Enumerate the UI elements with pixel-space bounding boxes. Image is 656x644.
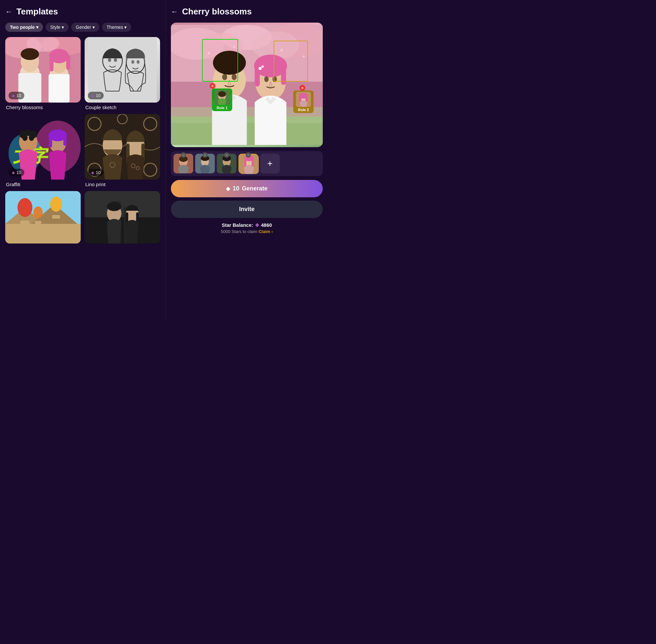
svg-point-6 [21, 48, 39, 60]
strip-minus-1[interactable]: − [202, 153, 207, 158]
svg-rect-13 [48, 74, 69, 102]
svg-rect-60 [52, 215, 60, 218]
star-balance-label: Star Balance: [222, 222, 253, 228]
sketch-label: Couple sketch [85, 105, 160, 110]
svg-rect-66 [85, 217, 160, 244]
strip-item-3[interactable]: − [238, 154, 258, 174]
svg-point-17 [114, 58, 117, 62]
main-photo: Role 1 × Role 2 [171, 23, 323, 147]
filter-gender[interactable]: Gender ▾ [71, 23, 100, 32]
svg-point-97 [264, 76, 269, 82]
cherry-cost-badge: ◆ 10 [8, 92, 24, 99]
svg-rect-120 [252, 158, 254, 167]
claim-link[interactable]: Claim › [259, 229, 272, 234]
role1-remove-button[interactable]: × [210, 83, 216, 89]
template-card-sketch[interactable]: ◆ 10 Couple sketch [85, 37, 160, 110]
chevron-down-icon: ▾ [62, 25, 64, 30]
svg-rect-33 [49, 134, 52, 147]
svg-rect-34 [63, 134, 67, 146]
template-card-dark[interactable] [85, 191, 160, 244]
svg-rect-12 [66, 55, 70, 70]
svg-point-16 [108, 58, 111, 62]
generate-label: Generate [242, 185, 267, 192]
face-box-role2 [274, 41, 308, 82]
svg-rect-49 [5, 224, 81, 244]
svg-rect-56 [20, 221, 29, 225]
svg-point-19 [132, 60, 134, 64]
invite-button[interactable]: Invite [171, 201, 323, 218]
svg-point-30 [29, 134, 34, 141]
role2-remove-button[interactable]: × [300, 85, 305, 91]
strip-minus-3[interactable]: − [246, 153, 251, 158]
role2-badge: Role 2 [293, 90, 313, 113]
generate-button[interactable]: ◆ 10 Generate [171, 180, 323, 197]
svg-point-57 [50, 197, 62, 212]
right-header: ← Cherry blossoms [171, 6, 323, 17]
chevron-down-icon: ▾ [92, 25, 95, 30]
diamond-icon: ◆ [12, 170, 15, 175]
strip-minus-0[interactable]: − [181, 153, 186, 158]
filter-row: Two people ▾ Style ▾ Gender ▾ Themes ▾ [5, 23, 160, 32]
star-balance-section: Star Balance: ◆ 4860 5000 Stars to claim… [171, 222, 323, 234]
chevron-down-icon: ▾ [124, 25, 127, 30]
sketch-cost-badge: ◆ 10 [88, 92, 104, 99]
svg-point-61 [34, 206, 43, 218]
strip-item-0[interactable]: − [174, 154, 193, 174]
claim-text: 5000 Stars to claim [221, 229, 257, 234]
filter-themes[interactable]: Themes ▾ [102, 23, 132, 32]
generate-diamond-icon: ◆ [226, 185, 230, 192]
strip-add-button[interactable]: + [260, 154, 280, 174]
svg-point-20 [137, 60, 140, 64]
diamond-icon: ◆ [255, 222, 259, 228]
strip-minus-2[interactable]: − [224, 153, 229, 158]
role1-label: Role 1 [217, 106, 227, 110]
template-card-cherry[interactable]: ◆ 10 Cherry blossoms [5, 37, 81, 110]
graffiti-cost-badge: ◆ 10 [8, 169, 24, 176]
photo-strip: − − [171, 151, 323, 176]
left-header: ← Templates [5, 6, 160, 17]
claim-row: 5000 Stars to claim Claim › [221, 229, 273, 234]
role2-label: Role 2 [298, 108, 309, 112]
diamond-icon: ◆ [12, 93, 15, 98]
left-back-button[interactable]: ← [5, 7, 13, 16]
left-title: Templates [16, 6, 58, 17]
template-card-balloons[interactable] [5, 191, 81, 244]
cherry-label: Cherry blossoms [5, 105, 81, 110]
templates-grid: ◆ 10 Cherry blossoms [5, 37, 160, 244]
filter-two-people[interactable]: Two people ▾ [5, 23, 43, 32]
graffiti-label: Graffiti [5, 182, 81, 187]
diamond-icon: ◆ [91, 170, 94, 175]
right-panel: ← Cherry blossoms [165, 0, 328, 322]
left-panel: ← Templates Two people ▾ Style ▾ Gender … [0, 0, 165, 322]
star-balance-value: 4860 [261, 222, 272, 228]
template-card-graffiti[interactable]: 文字 [5, 114, 81, 187]
svg-point-95 [259, 67, 262, 70]
role1-badge: Role 1 [212, 89, 232, 111]
main-photo-container: Role 1 × Role 2 [171, 23, 323, 147]
right-back-button[interactable]: ← [171, 7, 178, 16]
right-content: Role 1 × Role 2 [171, 23, 323, 315]
diamond-icon: ◆ [91, 93, 94, 98]
svg-point-29 [22, 134, 27, 141]
svg-point-101 [218, 91, 226, 97]
right-title: Cherry blossoms [182, 6, 252, 17]
strip-item-1[interactable]: − [195, 154, 215, 174]
filter-style[interactable]: Style ▾ [46, 23, 69, 32]
template-card-lino[interactable]: ◆ 10 Lino print [85, 114, 160, 187]
generate-cost: 10 [233, 185, 239, 192]
svg-point-96 [261, 65, 264, 68]
chevron-down-icon: ▾ [36, 25, 38, 30]
face-box-role1 [202, 39, 238, 82]
svg-point-70 [107, 202, 122, 211]
strip-item-2[interactable]: − [217, 154, 237, 174]
lino-label: Lino print [85, 182, 160, 187]
star-balance-row: Star Balance: ◆ 4860 [222, 222, 272, 228]
svg-rect-64 [35, 221, 41, 224]
lino-cost-badge: ◆ 10 [88, 169, 104, 176]
svg-rect-11 [49, 55, 53, 71]
